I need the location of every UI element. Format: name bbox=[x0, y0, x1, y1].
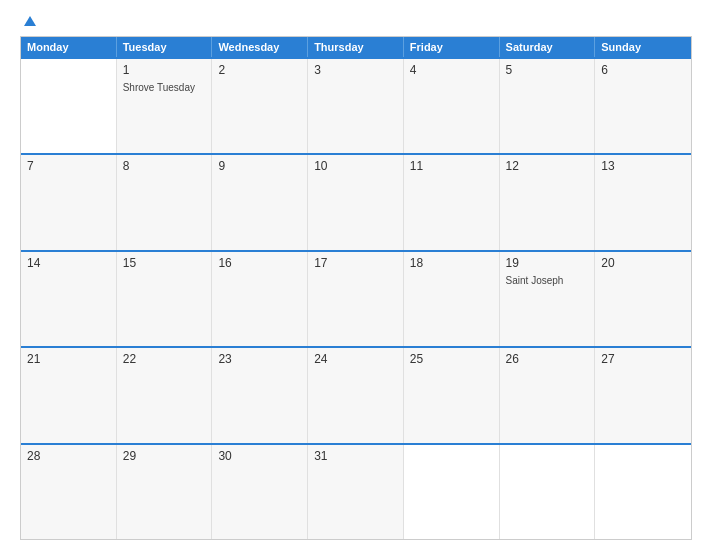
day-number: 23 bbox=[218, 352, 301, 366]
calendar-cell: 5 bbox=[500, 59, 596, 153]
day-number: 18 bbox=[410, 256, 493, 270]
weekday-header-tuesday: Tuesday bbox=[117, 37, 213, 57]
day-number: 7 bbox=[27, 159, 110, 173]
calendar-cell: 1Shrove Tuesday bbox=[117, 59, 213, 153]
weekday-header-wednesday: Wednesday bbox=[212, 37, 308, 57]
day-number: 6 bbox=[601, 63, 685, 77]
calendar-cell: 19Saint Joseph bbox=[500, 252, 596, 346]
day-number: 5 bbox=[506, 63, 589, 77]
calendar-cell: 26 bbox=[500, 348, 596, 442]
calendar-grid: MondayTuesdayWednesdayThursdayFridaySatu… bbox=[20, 36, 692, 540]
calendar-cell: 11 bbox=[404, 155, 500, 249]
day-number: 31 bbox=[314, 449, 397, 463]
calendar-header-row: MondayTuesdayWednesdayThursdayFridaySatu… bbox=[21, 37, 691, 57]
day-number: 30 bbox=[218, 449, 301, 463]
calendar-cell: 13 bbox=[595, 155, 691, 249]
weekday-header-monday: Monday bbox=[21, 37, 117, 57]
day-number: 11 bbox=[410, 159, 493, 173]
calendar-week-4: 21222324252627 bbox=[21, 346, 691, 442]
calendar-cell: 23 bbox=[212, 348, 308, 442]
day-number: 25 bbox=[410, 352, 493, 366]
day-number: 26 bbox=[506, 352, 589, 366]
day-number: 27 bbox=[601, 352, 685, 366]
calendar-cell bbox=[500, 445, 596, 539]
calendar-week-3: 141516171819Saint Joseph20 bbox=[21, 250, 691, 346]
logo-blue-row bbox=[20, 16, 36, 26]
day-number: 17 bbox=[314, 256, 397, 270]
weekday-header-saturday: Saturday bbox=[500, 37, 596, 57]
calendar-cell: 14 bbox=[21, 252, 117, 346]
day-event: Saint Joseph bbox=[506, 274, 589, 287]
calendar-cell: 15 bbox=[117, 252, 213, 346]
day-number: 12 bbox=[506, 159, 589, 173]
calendar-cell: 2 bbox=[212, 59, 308, 153]
calendar-body: 1Shrove Tuesday2345678910111213141516171… bbox=[21, 57, 691, 539]
calendar-cell: 6 bbox=[595, 59, 691, 153]
day-number: 28 bbox=[27, 449, 110, 463]
calendar-cell: 9 bbox=[212, 155, 308, 249]
day-number: 10 bbox=[314, 159, 397, 173]
calendar-cell: 10 bbox=[308, 155, 404, 249]
calendar-cell: 3 bbox=[308, 59, 404, 153]
day-number: 21 bbox=[27, 352, 110, 366]
day-number: 14 bbox=[27, 256, 110, 270]
day-number: 22 bbox=[123, 352, 206, 366]
logo-triangle-icon bbox=[24, 16, 36, 26]
day-number: 29 bbox=[123, 449, 206, 463]
weekday-header-thursday: Thursday bbox=[308, 37, 404, 57]
calendar-week-5: 28293031 bbox=[21, 443, 691, 539]
calendar-cell: 25 bbox=[404, 348, 500, 442]
day-number: 16 bbox=[218, 256, 301, 270]
calendar-cell: 21 bbox=[21, 348, 117, 442]
day-number: 15 bbox=[123, 256, 206, 270]
day-number: 4 bbox=[410, 63, 493, 77]
calendar-page: MondayTuesdayWednesdayThursdayFridaySatu… bbox=[0, 0, 712, 550]
calendar-cell: 16 bbox=[212, 252, 308, 346]
calendar-cell: 29 bbox=[117, 445, 213, 539]
calendar-cell: 30 bbox=[212, 445, 308, 539]
day-number: 2 bbox=[218, 63, 301, 77]
calendar-week-1: 1Shrove Tuesday23456 bbox=[21, 57, 691, 153]
calendar-cell: 12 bbox=[500, 155, 596, 249]
header bbox=[20, 16, 692, 26]
calendar-cell: 18 bbox=[404, 252, 500, 346]
calendar-cell: 31 bbox=[308, 445, 404, 539]
weekday-header-sunday: Sunday bbox=[595, 37, 691, 57]
calendar-cell bbox=[595, 445, 691, 539]
day-number: 9 bbox=[218, 159, 301, 173]
calendar-week-2: 78910111213 bbox=[21, 153, 691, 249]
day-event: Shrove Tuesday bbox=[123, 81, 206, 94]
calendar-cell: 4 bbox=[404, 59, 500, 153]
calendar-cell: 8 bbox=[117, 155, 213, 249]
day-number: 13 bbox=[601, 159, 685, 173]
calendar-cell: 24 bbox=[308, 348, 404, 442]
calendar-cell: 27 bbox=[595, 348, 691, 442]
day-number: 24 bbox=[314, 352, 397, 366]
calendar-cell: 28 bbox=[21, 445, 117, 539]
calendar-cell: 22 bbox=[117, 348, 213, 442]
logo bbox=[20, 16, 36, 26]
day-number: 1 bbox=[123, 63, 206, 77]
day-number: 8 bbox=[123, 159, 206, 173]
day-number: 20 bbox=[601, 256, 685, 270]
calendar-cell: 17 bbox=[308, 252, 404, 346]
day-number: 3 bbox=[314, 63, 397, 77]
weekday-header-friday: Friday bbox=[404, 37, 500, 57]
calendar-cell: 7 bbox=[21, 155, 117, 249]
calendar-cell bbox=[404, 445, 500, 539]
day-number: 19 bbox=[506, 256, 589, 270]
calendar-cell: 20 bbox=[595, 252, 691, 346]
calendar-cell bbox=[21, 59, 117, 153]
